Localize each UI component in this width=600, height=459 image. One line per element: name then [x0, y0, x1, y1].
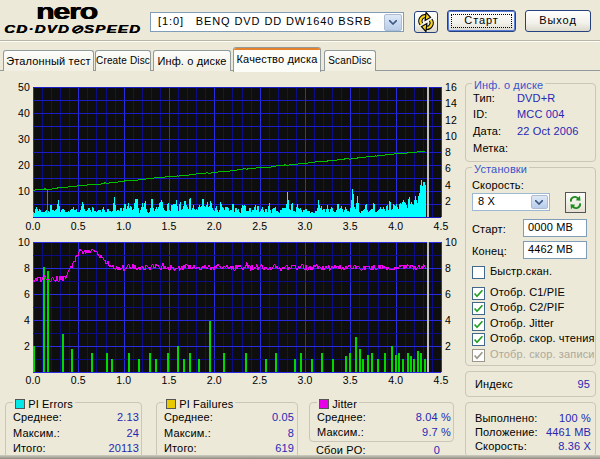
- svg-text:3.5: 3.5: [343, 220, 358, 232]
- svg-text:0.5: 0.5: [71, 374, 86, 386]
- svg-text:4: 4: [445, 314, 451, 326]
- svg-text:0.0: 0.0: [25, 374, 40, 386]
- svg-text:8: 8: [24, 262, 30, 274]
- svg-text:4.5: 4.5: [433, 374, 448, 386]
- svg-text:16: 16: [445, 81, 457, 93]
- svg-text:3.5: 3.5: [343, 374, 358, 386]
- svg-text:8: 8: [445, 146, 451, 158]
- svg-text:2.5: 2.5: [252, 374, 267, 386]
- svg-text:50: 50: [18, 81, 30, 93]
- svg-text:14: 14: [445, 97, 457, 109]
- svg-text:30: 30: [18, 133, 30, 145]
- svg-text:10: 10: [445, 236, 457, 248]
- svg-text:4.5: 4.5: [433, 220, 448, 232]
- svg-text:0.5: 0.5: [71, 220, 86, 232]
- svg-text:4: 4: [24, 314, 30, 326]
- svg-text:6: 6: [24, 288, 30, 300]
- svg-text:2.0: 2.0: [207, 220, 222, 232]
- svg-text:3.0: 3.0: [297, 374, 312, 386]
- svg-text:1.0: 1.0: [116, 374, 131, 386]
- svg-text:1.5: 1.5: [161, 374, 176, 386]
- svg-text:8: 8: [445, 262, 451, 274]
- svg-text:2: 2: [445, 195, 451, 207]
- svg-text:10: 10: [445, 130, 457, 142]
- svg-text:12: 12: [445, 114, 457, 126]
- svg-text:4.0: 4.0: [388, 220, 403, 232]
- svg-text:4.0: 4.0: [388, 374, 403, 386]
- svg-text:10: 10: [18, 236, 30, 248]
- svg-text:0.0: 0.0: [25, 220, 40, 232]
- svg-text:2: 2: [445, 340, 451, 352]
- svg-text:2: 2: [24, 340, 30, 352]
- svg-text:20: 20: [18, 159, 30, 171]
- svg-text:4: 4: [445, 179, 451, 191]
- svg-text:1.5: 1.5: [161, 220, 176, 232]
- svg-text:3.0: 3.0: [297, 220, 312, 232]
- svg-text:2.0: 2.0: [207, 374, 222, 386]
- svg-text:10: 10: [18, 185, 30, 197]
- svg-text:2.5: 2.5: [252, 220, 267, 232]
- svg-text:6: 6: [445, 162, 451, 174]
- svg-text:40: 40: [18, 107, 30, 119]
- svg-text:1.0: 1.0: [116, 220, 131, 232]
- svg-text:6: 6: [445, 288, 451, 300]
